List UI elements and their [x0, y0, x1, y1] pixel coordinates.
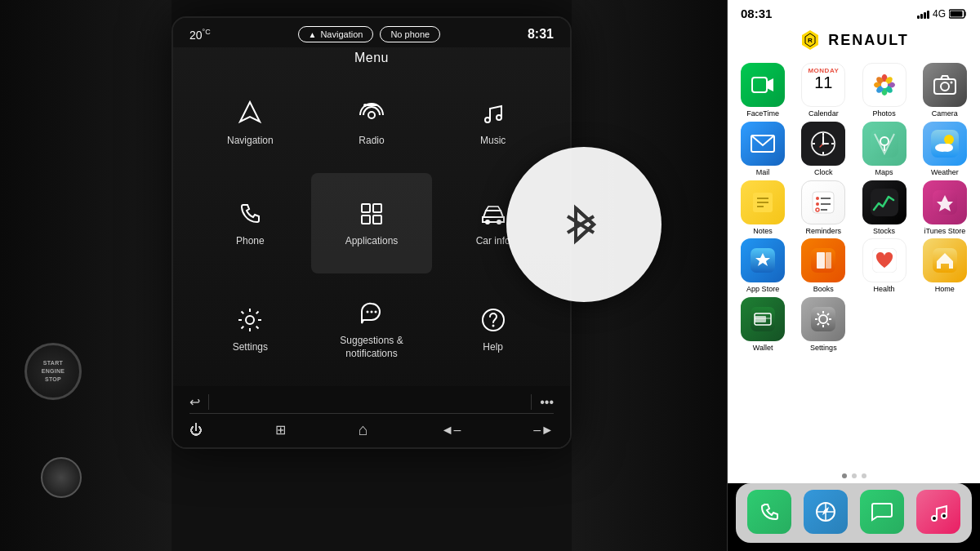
dock-music[interactable] [914, 490, 964, 536]
notes-icon [741, 180, 785, 224]
app-notes[interactable]: Notes [736, 180, 790, 236]
car-knob[interactable] [41, 457, 82, 498]
app-photos[interactable]: Photos [858, 63, 911, 118]
wallet-icon [741, 297, 785, 341]
battery-icon [949, 9, 967, 19]
signal-bar-3 [924, 12, 926, 19]
health-label: Health [874, 285, 895, 294]
svg-point-13 [366, 311, 368, 313]
menu-item-music[interactable]: Music [432, 73, 554, 173]
menu-label-music: Music [480, 135, 506, 148]
app-weather[interactable]: Weather [918, 122, 972, 177]
app-appstore[interactable]: App Store [736, 238, 790, 294]
svg-rect-80 [811, 307, 835, 331]
svg-point-34 [881, 82, 888, 88]
phone-dock [736, 483, 972, 543]
power-button[interactable]: ⏻ [189, 423, 203, 438]
app-books[interactable]: Books [796, 238, 850, 294]
menu-label-radio: Radio [359, 135, 384, 148]
menu-item-phone[interactable]: Phone [189, 173, 311, 273]
app-home[interactable]: Home [918, 238, 972, 294]
weather-label: Weather [931, 168, 959, 177]
svg-point-3 [363, 104, 367, 107]
calendar-day: 11 [814, 74, 832, 91]
no-phone-button[interactable]: No phone [380, 26, 440, 42]
photos-icon [862, 63, 906, 107]
svg-rect-72 [817, 252, 825, 269]
svg-rect-8 [362, 216, 370, 224]
navigation-button[interactable]: ▲ Navigation [298, 26, 374, 42]
app-row-5: Wallet Settings [736, 297, 972, 353]
svg-point-4 [485, 118, 490, 122]
signal-bar-1 [917, 16, 920, 19]
svg-rect-35 [934, 79, 956, 94]
menu-item-suggestions[interactable]: Suggestions & notifications [311, 273, 433, 386]
svg-marker-24 [767, 78, 773, 91]
bluetooth-overlay [506, 147, 662, 302]
app-settings-ios[interactable]: Settings [796, 297, 850, 353]
menu-item-navigation[interactable]: Navigation [189, 73, 311, 173]
app-clock[interactable]: Clock [796, 122, 850, 177]
dock-music-icon [916, 490, 960, 534]
svg-point-14 [370, 311, 372, 313]
menu-label-suggestions: Suggestions & notifications [319, 335, 425, 360]
vol-down-button[interactable]: ◄– [441, 423, 461, 438]
grid-button[interactable]: ⊞ [275, 422, 286, 438]
mail-icon [741, 122, 785, 166]
wallet-label: Wallet [753, 344, 773, 353]
home-button[interactable]: ⌂ [359, 420, 368, 439]
facetime-icon [741, 63, 785, 107]
network-type: 4G [933, 8, 946, 20]
menu-item-help[interactable]: Help [432, 273, 554, 386]
app-facetime[interactable]: FaceTime [736, 63, 790, 118]
start-engine-button[interactable]: STARTENGINESTOP [24, 343, 82, 400]
app-wallet[interactable]: Wallet [736, 297, 790, 353]
svg-point-36 [941, 82, 949, 91]
renault-logo-icon: R [799, 29, 822, 51]
svg-point-53 [944, 135, 954, 144]
mail-label: Mail [756, 168, 770, 177]
vol-up-button[interactable]: –► [533, 423, 554, 438]
camera-icon [923, 63, 967, 107]
app-maps[interactable]: Maps [858, 122, 911, 177]
dock-messages-icon [860, 490, 904, 534]
app-health[interactable]: Health [858, 238, 911, 294]
signal-bar-2 [920, 14, 923, 19]
car-area: STARTENGINESTOP 20°C ▲ Navigation No pho… [0, 0, 727, 551]
svg-point-15 [374, 311, 376, 313]
app-calendar[interactable]: Monday 11 Calendar [796, 63, 850, 118]
svg-text:R: R [808, 37, 813, 44]
app-reminders[interactable]: Reminders [796, 180, 850, 236]
weather-icon [923, 122, 967, 166]
menu-item-settings[interactable]: Settings [189, 273, 311, 386]
bluetooth-icon [551, 192, 617, 257]
app-stocks[interactable]: Stocks [858, 180, 911, 236]
page-dot-3 [862, 473, 866, 478]
renault-brand-text: RENAULT [828, 32, 909, 49]
car-interior-left: STARTENGINESTOP [0, 0, 172, 551]
menu-item-applications[interactable]: Applications [311, 173, 433, 273]
phone-time: 08:31 [741, 7, 772, 20]
maps-label: Maps [875, 168, 893, 177]
menu-title: Menu [173, 47, 570, 73]
svg-rect-52 [931, 130, 959, 158]
dock-safari[interactable] [800, 490, 850, 536]
dock-messages[interactable] [858, 490, 907, 536]
camera-label: Camera [932, 109, 958, 118]
svg-point-37 [950, 82, 952, 84]
dock-phone[interactable] [744, 490, 794, 536]
app-camera[interactable]: Camera [918, 63, 972, 118]
home-label: Home [935, 285, 955, 294]
svg-point-48 [822, 142, 825, 144]
appstore-icon [741, 238, 785, 282]
more-button[interactable]: ••• [540, 395, 554, 410]
menu-item-radio[interactable]: Radio [311, 73, 433, 173]
page-dot-2 [852, 473, 857, 478]
appstore-label: App Store [746, 285, 779, 294]
app-itunes[interactable]: iTunes Store [918, 180, 972, 236]
app-mail[interactable]: Mail [736, 122, 790, 177]
stocks-label: Stocks [873, 227, 895, 236]
back-button[interactable]: ↩ [189, 394, 200, 410]
settings-ios-label: Settings [810, 344, 837, 353]
reminders-icon [801, 180, 845, 224]
